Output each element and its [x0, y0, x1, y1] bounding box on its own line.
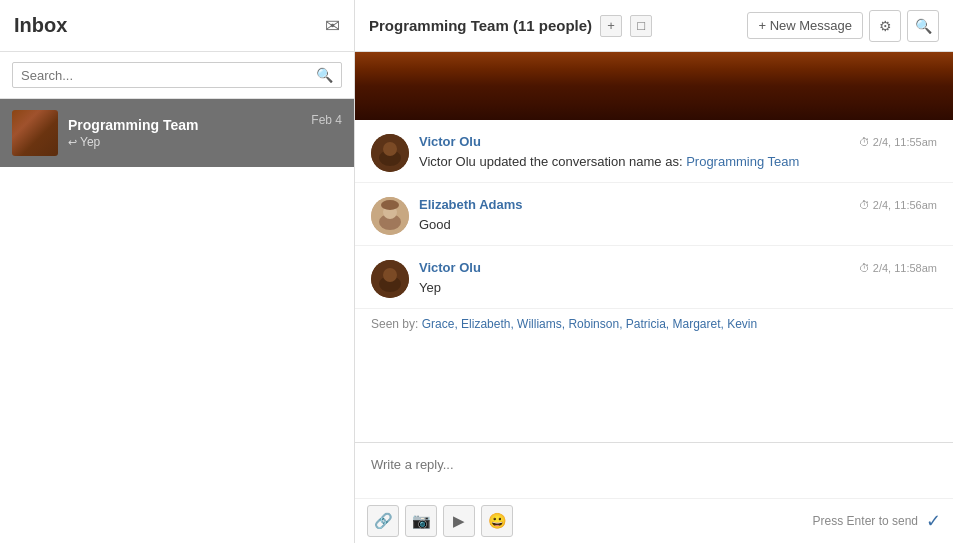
message-time-1: ⏱ 2/4, 11:55am — [859, 136, 937, 148]
add-icon: + — [607, 18, 615, 33]
message-content-3: Victor Olu ⏱ 2/4, 11:58am Yep — [419, 260, 937, 297]
video-icon: ▶ — [453, 512, 465, 530]
settings-button[interactable]: ⚙ — [869, 10, 901, 42]
message-group-1: Victor Olu ⏱ 2/4, 11:55am Victor Olu upd… — [355, 120, 953, 183]
message-time-2: ⏱ 2/4, 11:56am — [859, 199, 937, 211]
compose-icon[interactable]: ✉ — [325, 15, 340, 37]
time-text-3: 2/4, 11:58am — [873, 262, 937, 274]
svg-point-9 — [383, 268, 397, 282]
edit-conversation-button[interactable]: □ — [630, 15, 652, 37]
camera-icon: 📷 — [412, 512, 431, 530]
emoji-button[interactable]: 😀 — [481, 505, 513, 537]
main-header: Programming Team (11 people) + □ + New M… — [355, 0, 953, 52]
search-icon[interactable]: 🔍 — [316, 67, 333, 83]
message-content-2: Elizabeth Adams ⏱ 2/4, 11:56am Good — [419, 197, 937, 234]
gear-icon: ⚙ — [879, 18, 892, 34]
search-container: 🔍 — [0, 52, 354, 99]
avatar-victor-3 — [371, 260, 409, 298]
message-group-2: Elizabeth Adams ⏱ 2/4, 11:56am Good — [355, 183, 953, 246]
seen-by-names: Grace, Elizabeth, Williams, Robinson, Pa… — [422, 317, 757, 331]
sidebar-title: Inbox — [14, 14, 67, 37]
time-text-1: 2/4, 11:55am — [873, 136, 937, 148]
emoji-icon: 😀 — [488, 512, 507, 530]
message-time-3: ⏱ 2/4, 11:58am — [859, 262, 937, 274]
edit-icon: □ — [637, 18, 645, 33]
message-sender-3: Victor Olu — [419, 260, 481, 275]
sidebar: Inbox ✉ 🔍 Programming Team ↩ Yep Feb 4 — [0, 0, 355, 543]
message-prefix-1: Victor Olu updated the conversation name… — [419, 154, 686, 169]
chat-banner-image — [355, 52, 953, 120]
conversation-avatar — [12, 110, 58, 156]
main-header-left: Programming Team (11 people) + □ — [369, 15, 652, 37]
clock-icon-3: ⏱ — [859, 262, 870, 274]
message-sender-1: Victor Olu — [419, 134, 481, 149]
search-input[interactable] — [21, 68, 316, 83]
send-hint: Press Enter to send ✓ — [813, 510, 941, 532]
reply-arrow-icon: ↩ — [68, 136, 77, 149]
seen-by-label: Seen by: — [371, 317, 418, 331]
svg-point-6 — [381, 200, 399, 210]
sidebar-header: Inbox ✉ — [0, 0, 354, 52]
avatar-victor-1 — [371, 134, 409, 172]
victor-avatar-svg-3 — [371, 260, 409, 298]
message-content-1: Victor Olu ⏱ 2/4, 11:55am Victor Olu upd… — [419, 134, 937, 171]
message-text-3: Yep — [419, 279, 937, 297]
new-message-label: + New Message — [758, 18, 852, 33]
link-icon: 🔗 — [374, 512, 393, 530]
message-text-1: Victor Olu updated the conversation name… — [419, 153, 937, 171]
photo-button[interactable]: 📷 — [405, 505, 437, 537]
reply-area: 🔗 📷 ▶ 😀 Press Enter to send ✓ — [355, 442, 953, 543]
new-message-button[interactable]: + New Message — [747, 12, 863, 39]
send-hint-text: Press Enter to send — [813, 514, 918, 528]
conversation-info: Programming Team ↩ Yep — [68, 117, 311, 149]
message-link-1[interactable]: Programming Team — [686, 154, 799, 169]
conversation-avatar-image — [12, 110, 58, 156]
message-header-3: Victor Olu ⏱ 2/4, 11:58am — [419, 260, 937, 275]
conversation-item-programming-team[interactable]: Programming Team ↩ Yep Feb 4 — [0, 99, 354, 167]
message-header-2: Elizabeth Adams ⏱ 2/4, 11:56am — [419, 197, 937, 212]
messages-area[interactable]: Victor Olu ⏱ 2/4, 11:55am Victor Olu upd… — [355, 52, 953, 442]
conversation-title: Programming Team (11 people) — [369, 17, 592, 34]
link-button[interactable]: 🔗 — [367, 505, 399, 537]
search-wrapper: 🔍 — [12, 62, 342, 88]
video-button[interactable]: ▶ — [443, 505, 475, 537]
preview-text: Yep — [80, 135, 100, 149]
conversation-preview: ↩ Yep — [68, 135, 311, 149]
message-header-1: Victor Olu ⏱ 2/4, 11:55am — [419, 134, 937, 149]
reply-toolbar: 🔗 📷 ▶ 😀 Press Enter to send ✓ — [355, 498, 953, 543]
clock-icon-2: ⏱ — [859, 199, 870, 211]
svg-point-2 — [383, 142, 397, 156]
message-text-2: Good — [419, 216, 937, 234]
message-group-3: Victor Olu ⏱ 2/4, 11:58am Yep — [355, 246, 953, 309]
main-header-right: + New Message ⚙ 🔍 — [747, 10, 939, 42]
add-people-button[interactable]: + — [600, 15, 622, 37]
message-sender-2: Elizabeth Adams — [419, 197, 523, 212]
seen-by-row: Seen by: Grace, Elizabeth, Williams, Rob… — [355, 309, 953, 345]
avatar-elizabeth-2 — [371, 197, 409, 235]
search-icon: 🔍 — [915, 18, 932, 34]
chat-banner — [355, 52, 953, 120]
victor-avatar-svg — [371, 134, 409, 172]
conversation-name: Programming Team — [68, 117, 311, 133]
reply-input[interactable] — [355, 443, 953, 495]
send-check-button[interactable]: ✓ — [926, 510, 941, 532]
main-panel: Programming Team (11 people) + □ + New M… — [355, 0, 953, 543]
elizabeth-avatar-svg — [371, 197, 409, 235]
clock-icon-1: ⏱ — [859, 136, 870, 148]
conversation-date: Feb 4 — [311, 113, 342, 127]
search-button[interactable]: 🔍 — [907, 10, 939, 42]
time-text-2: 2/4, 11:56am — [873, 199, 937, 211]
